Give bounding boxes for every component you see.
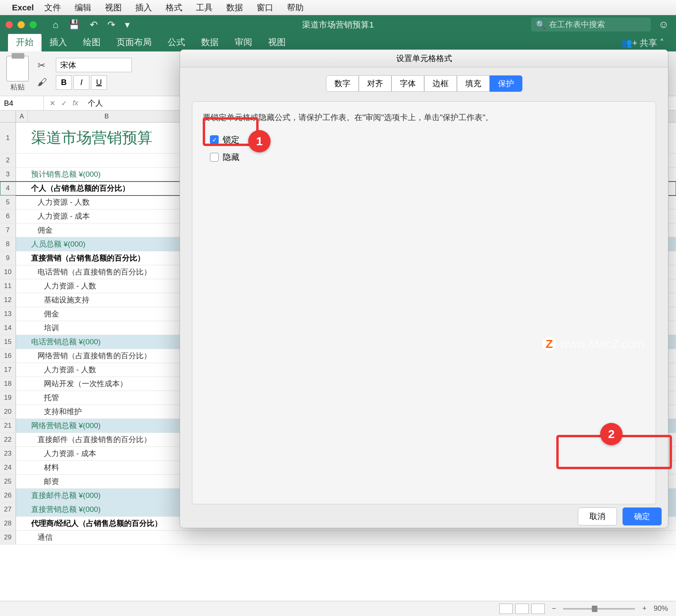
traffic-lights[interactable] (6, 21, 37, 28)
dialog-tab-font[interactable]: 字体 (391, 75, 424, 92)
redo-icon[interactable]: ↷ (107, 19, 115, 30)
tab-insert[interactable]: 插入 (42, 33, 75, 51)
format-painter-icon[interactable]: 🖌 (38, 77, 47, 88)
menu-edit[interactable]: 编辑 (75, 2, 91, 13)
cut-icon[interactable]: ✂ (38, 60, 47, 71)
cell-b[interactable]: 人力资源 - 成本 (28, 209, 186, 223)
dialog-tab-border[interactable]: 边框 (424, 75, 457, 92)
tab-layout[interactable]: 页面布局 (109, 33, 160, 51)
row-header[interactable]: 17 (0, 363, 16, 377)
cell-b[interactable]: 个人（占销售总额的百分比） (28, 182, 186, 195)
font-name-select[interactable]: 宋体 (56, 58, 132, 72)
col-header-b[interactable]: B (28, 111, 186, 122)
row-header[interactable]: 15 (0, 335, 16, 349)
share-button[interactable]: 👥+共享 ˄ (615, 35, 670, 51)
row-header[interactable]: 7 (0, 223, 16, 237)
cell-b[interactable]: 直接邮件总额 ¥(000) (28, 489, 186, 502)
cancel-formula-icon[interactable]: ✕ (49, 99, 55, 108)
cell-b[interactable]: 网络营销总额 ¥(000) (28, 419, 186, 432)
row-header[interactable]: 13 (0, 307, 16, 321)
cell-b[interactable]: 直接营销总额 ¥(000) (28, 503, 186, 516)
row-header[interactable]: 2 (0, 154, 16, 167)
user-icon[interactable]: ☺ (658, 18, 669, 31)
cell-b[interactable]: 网站开发（一次性成本） (28, 377, 186, 391)
cell-b[interactable]: 代理商/经纪人（占销售总额的百分比） (28, 517, 186, 530)
undo-icon[interactable]: ↶ (90, 19, 98, 30)
fx-icon[interactable]: fx (73, 99, 78, 107)
dialog-tab-fill[interactable]: 填充 (457, 75, 490, 92)
cell-b[interactable]: 人力资源 - 人数 (28, 195, 186, 209)
dialog-tab-protect[interactable]: 保护 (490, 75, 522, 92)
more-icon[interactable]: ▾ (125, 19, 130, 30)
cell-b[interactable] (28, 154, 186, 167)
home-icon[interactable]: ⌂ (53, 19, 59, 30)
row-header[interactable]: 28 (0, 517, 16, 530)
cell-b[interactable]: 电话营销（占直接销售的百分比） (28, 265, 186, 279)
tab-draw[interactable]: 绘图 (75, 33, 109, 51)
view-normal-icon[interactable] (499, 604, 513, 614)
row-header[interactable]: 5 (0, 195, 16, 209)
cell-b[interactable]: 材料 (28, 461, 186, 474)
row-header[interactable]: 19 (0, 391, 16, 405)
cell-b[interactable]: 邮资 (28, 475, 186, 488)
row-header[interactable]: 20 (0, 405, 16, 419)
cell-b[interactable]: 佣金 (28, 223, 186, 237)
menu-view[interactable]: 视图 (105, 2, 122, 13)
lock-checkbox[interactable]: ✓ (210, 135, 219, 144)
tab-formulas[interactable]: 公式 (160, 33, 193, 51)
cell-b[interactable]: 预计销售总额 ¥(000) (28, 168, 186, 181)
menu-tools[interactable]: 工具 (196, 2, 213, 13)
save-icon[interactable]: 💾 (68, 19, 80, 30)
bold-button[interactable]: B (56, 75, 72, 90)
row-header[interactable]: 8 (0, 237, 16, 251)
row-header[interactable]: 3 (0, 168, 16, 181)
cell-b[interactable]: 通信 (28, 531, 186, 544)
menu-insert[interactable]: 插入 (135, 2, 152, 13)
row-header[interactable]: 6 (0, 209, 16, 223)
row-header[interactable]: 27 (0, 503, 16, 516)
row-header[interactable]: 18 (0, 377, 16, 391)
row-header[interactable]: 16 (0, 349, 16, 363)
table-row[interactable]: 29通信 (0, 531, 676, 545)
menu-format[interactable]: 格式 (166, 2, 182, 13)
cell-b[interactable]: 网络营销（占直接销售的百分比） (28, 349, 186, 363)
row-header[interactable]: 26 (0, 489, 16, 502)
row-header[interactable]: 29 (0, 531, 16, 544)
cell-b[interactable]: 人力资源 - 人数 (28, 363, 186, 377)
menu-file[interactable]: 文件 (44, 2, 61, 13)
hide-checkbox[interactable] (210, 153, 219, 162)
row-header[interactable]: 25 (0, 475, 16, 488)
close-icon[interactable] (6, 21, 13, 28)
menu-help[interactable]: 帮助 (287, 2, 304, 13)
row-header[interactable]: 22 (0, 433, 16, 446)
hide-checkbox-row[interactable]: 隐藏 (210, 152, 645, 163)
dialog-tab-number[interactable]: 数字 (326, 75, 359, 92)
row-header[interactable]: 9 (0, 251, 16, 265)
tab-home[interactable]: 开始 (8, 33, 42, 51)
underline-button[interactable]: U (91, 75, 107, 90)
cell-b[interactable]: 渠道市场营销预算 (28, 122, 186, 153)
row-header[interactable]: 23 (0, 447, 16, 460)
lock-checkbox-row[interactable]: ✓ 锁定 (210, 134, 645, 145)
tab-review[interactable]: 审阅 (227, 33, 260, 51)
italic-button[interactable]: I (73, 75, 89, 90)
row-header[interactable]: 21 (0, 419, 16, 432)
cell-b[interactable]: 直接邮件（占直接销售的百分比） (28, 433, 186, 446)
cell-b[interactable]: 直接营销（占销售总额的百分比） (28, 251, 186, 265)
cell-b[interactable]: 人员总额 ¥(000) (28, 237, 186, 251)
cell-b[interactable]: 培训 (28, 321, 186, 335)
paste-icon[interactable] (6, 56, 29, 81)
cell-b[interactable]: 支持和维护 (28, 405, 186, 419)
dialog-tab-align[interactable]: 对齐 (359, 75, 391, 92)
menu-window[interactable]: 窗口 (257, 2, 273, 13)
row-header[interactable]: 11 (0, 279, 16, 293)
cell-b[interactable]: 人力资源 - 人数 (28, 279, 186, 293)
row-header[interactable]: 24 (0, 461, 16, 474)
cell-b[interactable]: 电话营销总额 ¥(000) (28, 335, 186, 349)
col-header-a[interactable]: A (16, 111, 28, 122)
view-page-icon[interactable] (515, 604, 529, 614)
view-break-icon[interactable] (531, 604, 545, 614)
zoom-in-icon[interactable]: + (642, 604, 646, 613)
row-header[interactable]: 1 (0, 122, 16, 153)
row-header[interactable]: 10 (0, 265, 16, 279)
